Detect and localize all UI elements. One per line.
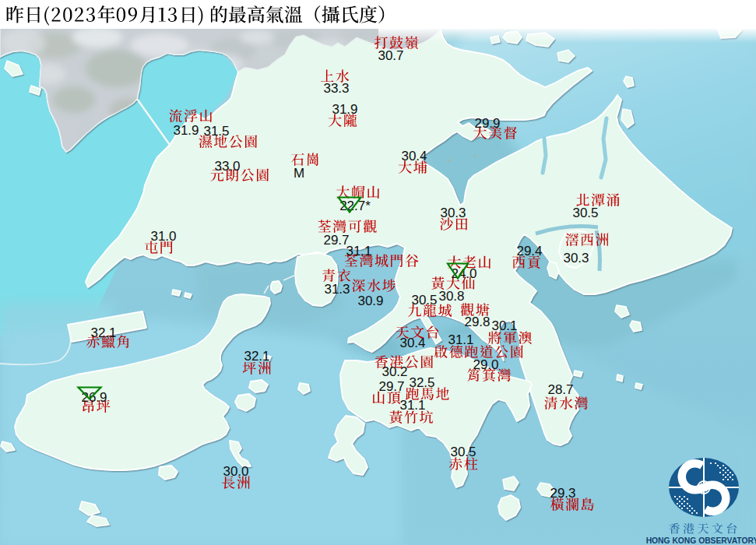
svg-text:31.1: 31.1 (346, 244, 371, 258)
svg-text:30.8: 30.8 (438, 289, 464, 304)
svg-text:31.9: 31.9 (173, 123, 199, 138)
svg-text:31.5: 31.5 (203, 124, 229, 139)
svg-text:30.1: 30.1 (491, 318, 517, 333)
svg-text:30.4: 30.4 (401, 149, 427, 164)
svg-text:31.0: 31.0 (150, 229, 176, 244)
svg-text:29.8: 29.8 (464, 315, 490, 329)
svg-text:HONG KONG OBSERVATORY: HONG KONG OBSERVATORY (646, 536, 756, 545)
svg-text:30.3: 30.3 (440, 206, 466, 220)
svg-text:32.1: 32.1 (90, 325, 116, 340)
svg-text:30.4: 30.4 (399, 336, 425, 350)
svg-text:26.9: 26.9 (81, 390, 107, 405)
svg-text:33.3: 33.3 (323, 81, 349, 96)
svg-text:29.3: 29.3 (550, 486, 575, 501)
svg-text:29.0: 29.0 (473, 357, 498, 372)
svg-text:30.5: 30.5 (572, 206, 598, 220)
svg-text:30.7: 30.7 (378, 48, 403, 63)
svg-text:29.7: 29.7 (378, 379, 404, 394)
svg-text:31.1: 31.1 (399, 398, 425, 413)
svg-text:28.7: 28.7 (547, 382, 573, 397)
svg-text:30.2: 30.2 (382, 364, 407, 379)
svg-text:30.0: 30.0 (223, 464, 248, 479)
svg-text:32.1: 32.1 (244, 349, 269, 364)
svg-text:30.5: 30.5 (450, 445, 476, 459)
svg-text:29.4: 29.4 (516, 244, 542, 258)
svg-text:32.5: 32.5 (409, 375, 434, 390)
svg-text:30.9: 30.9 (357, 294, 383, 308)
svg-text:30.3: 30.3 (563, 251, 589, 265)
svg-text:31.3: 31.3 (324, 282, 350, 297)
svg-text:29.9: 29.9 (474, 116, 500, 131)
svg-text:31.9: 31.9 (332, 102, 357, 117)
svg-text:33.0: 33.0 (214, 159, 240, 174)
svg-text:30.5: 30.5 (411, 293, 437, 308)
svg-text:M: M (294, 166, 304, 181)
svg-text:31.1: 31.1 (448, 332, 473, 347)
